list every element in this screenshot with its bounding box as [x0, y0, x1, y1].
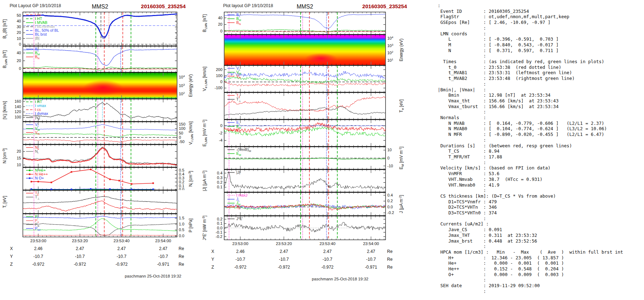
svg-text:10: 10: [387, 148, 392, 152]
svg-text:30: 30: [17, 25, 21, 29]
app-root: Plot Layout GP 19/10/2018 MMS2 20160305_…: [0, 0, 644, 300]
event-id-label: 20160305_235254: [362, 3, 407, 9]
stackplot-middle: Plot layout GP 19/10/2018 MMS2 20160305_…: [200, 0, 426, 300]
svg-text:Energy (eV): Energy (eV): [188, 74, 193, 97]
time-axis: 23:53:0023:53:2023:53:4023:54:00: [0, 237, 200, 245]
svg-text:100: 100: [216, 73, 222, 78]
time-tick-label: 23:53:20: [276, 241, 292, 246]
event-id-label: 20160305_235254: [141, 3, 186, 9]
panel-Ti: Ti [eV]T∥T⊥: [0, 190, 198, 214]
ephemeris-unit: Re: [387, 257, 392, 262]
ephemeris-value: -0.971: [365, 265, 377, 270]
ephemeris-table: X2.462.472.472.47ReY-10.7-10.7-10.7-10.7…: [200, 248, 426, 271]
ephemeris-value: 2.47: [117, 246, 126, 251]
svg-text:BLMN [nT]: BLMN [nT]: [202, 14, 208, 32]
svg-text:Ni [cm-3]: Ni [cm-3]: [188, 171, 194, 187]
svg-text:0: 0: [19, 66, 21, 71]
ephemeris-row-Z: Z-0.972-0.972-0.972-0.971Re: [200, 263, 426, 271]
time-tick-label: 23:53:20: [72, 239, 88, 243]
svg-text:15: 15: [17, 156, 21, 160]
ephemeris-value: 2.47: [76, 246, 84, 251]
svg-text:100: 100: [15, 115, 21, 119]
panel-pressure: 1.51.00.50.0P [nPa]PiPePBPtot: [0, 214, 198, 237]
svg-text:200: 200: [216, 67, 222, 72]
svg-text:-0.2: -0.2: [216, 234, 222, 239]
svg-text:-0.1: -0.1: [216, 230, 222, 234]
panel-B-LMN: 40200BLMN [nT]BLBMBN: [200, 12, 423, 35]
svg-text:BL,|B| [nT]: BL,|B| [nT]: [2, 19, 8, 39]
plot-title: MMS2: [92, 4, 108, 10]
svg-text:20: 20: [17, 149, 21, 153]
panel-N-density: 201510N [cm-3]NeNi: [0, 144, 198, 167]
svg-text:0: 0: [220, 29, 222, 33]
svg-text:40: 40: [17, 19, 21, 23]
panel-stack: 40200BLMN [nT]BLBMBN104103102101Energy (…: [200, 12, 426, 240]
plot-header-middle: Plot layout GP 19/10/2018 MMS2 20160305_…: [200, 2, 426, 12]
panel-Te: Te [eV]T∥T⊥: [200, 92, 423, 120]
ephemeris-unit: Re: [178, 254, 184, 259]
panel-Jmag: 0.40.30.20.1|J| [µA m-2]|J|: [200, 169, 423, 192]
svg-text:0: 0: [220, 80, 222, 84]
ephemeris-unit: Re: [178, 246, 184, 251]
svg-text:J*E': J*E': [236, 217, 243, 221]
ephemeris-unit: Re: [178, 262, 184, 267]
svg-text:20: 20: [218, 22, 222, 26]
event-report: : Event ID : 20160305_235254 FlagStr : o…: [426, 0, 644, 300]
svg-text:1.0: 1.0: [179, 222, 184, 226]
event-report-text: : Event ID : 20160305_235254 FlagStr : o…: [438, 3, 644, 294]
svg-text:103: 103: [387, 43, 393, 48]
time-tick-label: 23:53:00: [30, 239, 46, 243]
svg-text:0.0: 0.0: [179, 187, 184, 190]
svg-text:0.4: 0.4: [217, 171, 222, 175]
svg-text:150: 150: [179, 122, 185, 126]
svg-text:40: 40: [17, 51, 21, 55]
svg-text:-2: -2: [219, 131, 222, 135]
svg-text:N O+: N O+: [35, 176, 44, 180]
panel-Vi-LMN: 150100500-50Vi LMN [km/s]VLVMVN: [0, 122, 198, 144]
ephemeris-axis-label: Z: [10, 262, 12, 267]
ephemeris-value: -0.971: [157, 262, 169, 267]
svg-text:102: 102: [387, 50, 393, 55]
ephemeris-value: -0.972: [321, 265, 333, 270]
svg-text:0.2: 0.2: [387, 199, 393, 203]
ephemeris-axis-label: X: [10, 246, 13, 251]
ephemeris-value: 2.46: [236, 249, 245, 254]
svg-text:P [nPa]: P [nPa]: [188, 218, 193, 232]
svg-text:0: 0: [19, 42, 21, 46]
svg-text:140: 140: [15, 105, 21, 109]
svg-text:160: 160: [15, 99, 21, 103]
svg-text:Ti [eV]: Ti [eV]: [2, 196, 8, 208]
ephemeris-value: -10.7: [279, 257, 289, 262]
layout-label: Plot layout GP 19/10/2018: [223, 3, 273, 8]
ephemeris-value: -10.7: [323, 257, 332, 262]
svg-text:0.3: 0.3: [217, 176, 222, 180]
ephemeris-table: X2.462.472.472.47ReY-10.7-10.7-10.7-10.7…: [0, 245, 200, 268]
layout-label: Plot Layout GP 19/10/2018: [10, 3, 61, 8]
panel-Ve-LMN: 2001000-100Ve LMN [km/s]VLVMVN: [200, 65, 423, 92]
ephemeris-axis-label: Y: [10, 254, 13, 259]
svg-text:ELMN [mV m-1]: ELMN [mV m-1]: [202, 120, 208, 146]
svg-text:0.0: 0.0: [387, 205, 393, 209]
ephemeris-value: -0.972: [115, 262, 127, 267]
svg-text:0.0: 0.0: [179, 234, 184, 237]
panel-ion-spectrogram: 104103102Energy (eV): [0, 72, 198, 99]
time-tick-label: 23:53:40: [320, 241, 336, 246]
svg-text:0.0: 0.0: [217, 226, 222, 230]
panel-electron-spectrogram: 104103102101Energy (eV): [200, 35, 423, 65]
svg-text:-50: -50: [179, 139, 185, 144]
svg-text:BLMN [nT]: BLMN [nT]: [2, 50, 8, 68]
ephemeris-axis-label: Z: [211, 265, 214, 270]
plot-footer: paschmann 25-Oct-2018 19:32: [200, 277, 426, 281]
time-tick-label: 23:53:40: [114, 239, 130, 243]
plot-title: MMS2: [297, 4, 313, 10]
svg-text:0: 0: [387, 156, 389, 160]
svg-text:J [µA m-2]: J [µA m-2]: [398, 195, 404, 213]
svg-text:0.5: 0.5: [179, 228, 184, 232]
svg-text:-0.2: -0.2: [387, 210, 394, 215]
ephemeris-row-Z: Z-0.972-0.972-0.972-0.971Re: [0, 260, 200, 268]
svg-text:104: 104: [387, 36, 393, 40]
ephemeris-value: -0.972: [74, 262, 86, 267]
panel-heavy-ions: 0.50.40.30.20.10.0Ni [cm-3]N He+N He++N …: [0, 167, 198, 190]
panel-B-LMN: 40200BLMN [nT]BLBMBN: [0, 46, 198, 72]
svg-text:|B|: |B|: [35, 36, 39, 40]
